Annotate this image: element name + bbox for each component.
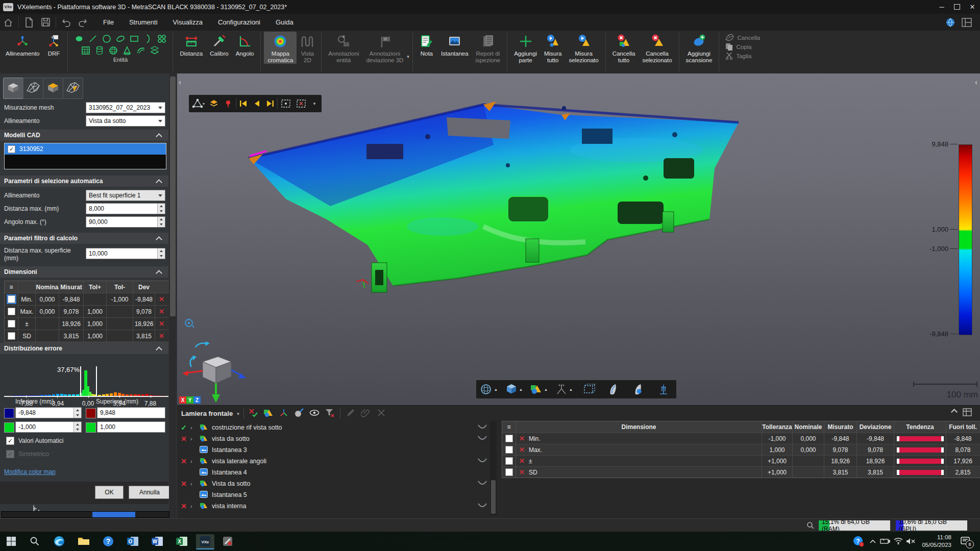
result-col-header[interactable]: Tolleranza bbox=[762, 421, 792, 433]
previous-item-icon[interactable] bbox=[251, 100, 263, 107]
valori-automatici-row[interactable]: ✓ Valori Automatici bbox=[6, 437, 63, 445]
modifica-color-map-link[interactable]: Modifica color map bbox=[4, 468, 56, 475]
tree-item-label[interactable]: vista da sotto bbox=[212, 435, 250, 442]
istantanea-button[interactable]: Istantanea bbox=[437, 32, 472, 57]
collapse-curve-icon[interactable] bbox=[477, 424, 487, 431]
distanza-button[interactable]: Distanza bbox=[176, 32, 206, 57]
tree-item[interactable]: ✕›Vista da sotto bbox=[177, 478, 499, 489]
dimension-checkbox[interactable] bbox=[8, 332, 15, 340]
zoom-selected-icon[interactable] bbox=[294, 99, 308, 108]
tree-item-label[interactable]: Istantanea 4 bbox=[212, 469, 247, 476]
entity-plane-grid-icon[interactable] bbox=[80, 44, 92, 56]
mode-mesh-colormap-button[interactable] bbox=[63, 78, 83, 99]
save-icon[interactable] bbox=[39, 16, 52, 29]
result-col-header[interactable]: Deviazione bbox=[856, 421, 894, 433]
dimension-row[interactable]: Max.0,0009,0781,0009,078✕ bbox=[5, 305, 169, 317]
color-test-icon[interactable] bbox=[294, 408, 304, 419]
collapse-curve-icon[interactable] bbox=[477, 480, 487, 487]
undo-icon[interactable] bbox=[60, 16, 73, 29]
collapse-curve-icon[interactable] bbox=[477, 458, 487, 465]
volume-muted-icon[interactable] bbox=[904, 534, 917, 548]
close-button[interactable]: ✕ bbox=[965, 0, 980, 14]
calibro-button[interactable]: Calibro bbox=[206, 32, 232, 57]
tree-item[interactable]: Istantanea 5 bbox=[177, 489, 499, 500]
result-col-header[interactable]: Nominale bbox=[792, 421, 824, 433]
dimension-checkbox[interactable] bbox=[8, 308, 15, 315]
selection-mode-icon[interactable]: ▾ bbox=[191, 99, 206, 108]
mesh-view-icon[interactable]: ▲ bbox=[477, 383, 501, 395]
tree-group-selector[interactable]: Lamiera frontale bbox=[181, 410, 233, 417]
modelli-cad-header[interactable]: Modelli CAD bbox=[0, 130, 168, 141]
start-button[interactable] bbox=[4, 534, 18, 548]
show-entities-icon[interactable] bbox=[263, 408, 274, 419]
menu-strumenti[interactable]: Strumenti bbox=[129, 18, 158, 26]
tree-item[interactable]: Istantanea 4 bbox=[177, 467, 499, 478]
entity-cylinder-icon[interactable] bbox=[94, 44, 106, 56]
filter-remove-icon[interactable] bbox=[325, 408, 335, 419]
collapse-curve-icon[interactable] bbox=[477, 435, 487, 442]
collapse-right-panel-icon[interactable]: ‹ bbox=[975, 78, 977, 86]
tree-item-label[interactable]: costruzione rif vista sotto bbox=[212, 424, 282, 431]
distribuzione-errore-header[interactable]: Distribuzione errore bbox=[0, 343, 168, 354]
delete-dimension-icon[interactable]: ✕ bbox=[159, 320, 164, 328]
result-col-header[interactable]: Fuori toll. bbox=[946, 421, 979, 433]
menu-configurazioni[interactable]: Configurazioni bbox=[218, 18, 260, 26]
tree-item-label[interactable]: vista interna bbox=[212, 503, 246, 510]
distanza-superficie-input[interactable]: 10,000 bbox=[86, 248, 165, 259]
dim-col-header[interactable]: Tol- bbox=[106, 281, 133, 293]
result-checkbox[interactable] bbox=[505, 468, 513, 476]
misurazione-mesh-combo[interactable]: 3130952_07_02_2023 bbox=[86, 102, 165, 113]
nota-button[interactable]: Nota bbox=[416, 32, 437, 57]
panel-scrollbar-thumb[interactable] bbox=[170, 77, 176, 316]
limit-high-input[interactable]: 9,848 bbox=[97, 407, 165, 418]
collapse-curve-icon[interactable] bbox=[477, 503, 487, 510]
eye-icon[interactable] bbox=[309, 408, 320, 419]
tree-item-label[interactable]: Vista da sotto bbox=[212, 480, 251, 487]
cad-model-item[interactable]: ✓ 3130952 bbox=[5, 143, 166, 155]
entity-sphere-icon[interactable] bbox=[108, 44, 119, 56]
tol-high-color-swatch[interactable] bbox=[86, 422, 96, 433]
table-view-icon[interactable] bbox=[963, 408, 972, 418]
orientation-cube-widget[interactable]: X Y Z bbox=[178, 339, 250, 405]
zoom-search-icon[interactable] bbox=[806, 521, 815, 531]
ok-button[interactable]: OK bbox=[95, 486, 124, 499]
result-col-header[interactable]: ≡ bbox=[502, 421, 516, 433]
word-icon[interactable]: W bbox=[150, 534, 164, 548]
layout-panels-icon[interactable] bbox=[960, 16, 973, 29]
result-row[interactable]: ✕±+1,00018,92618,92617,926 bbox=[502, 455, 980, 466]
allineamento-button[interactable]: Allineamento bbox=[2, 32, 43, 57]
tree-item-label[interactable]: Istantanea 5 bbox=[212, 491, 247, 498]
entity-line-icon[interactable] bbox=[87, 33, 99, 44]
annulla-button[interactable]: Annulla bbox=[129, 486, 170, 499]
mode-cad-button[interactable] bbox=[3, 78, 23, 99]
dimension-checkbox[interactable] bbox=[8, 320, 15, 328]
tray-help-icon[interactable]: ?! bbox=[851, 534, 866, 548]
cancella-selezionato-button[interactable]: Cancella selezionato bbox=[639, 32, 675, 64]
delete-dimension-icon[interactable]: ✕ bbox=[159, 308, 164, 315]
selezione-automatica-header[interactable]: Parametri di selezione automatica bbox=[0, 176, 168, 187]
taskbar-clock[interactable]: 11:0805/05/2023 bbox=[918, 534, 951, 549]
rotation-center-icon[interactable] bbox=[183, 317, 195, 331]
entity-arc-icon[interactable] bbox=[142, 33, 154, 44]
angolo-max-input[interactable]: 90,000 bbox=[86, 216, 165, 228]
best-fit-combo[interactable]: Best fit superficie 1 bbox=[86, 190, 165, 201]
dim-col-header[interactable]: ≡ bbox=[5, 281, 18, 293]
result-col-header[interactable]: Tendenza bbox=[894, 421, 946, 433]
entity-surface-icon[interactable] bbox=[135, 44, 147, 56]
entity-circle-pattern-icon[interactable] bbox=[156, 33, 167, 44]
menu-visualizza[interactable]: Visualizza bbox=[173, 18, 203, 26]
help-app-icon[interactable]: ? bbox=[101, 534, 115, 548]
dim-col-header[interactable]: Dev bbox=[133, 281, 155, 293]
home-icon[interactable] bbox=[2, 16, 15, 29]
taskbar-search-icon[interactable] bbox=[28, 534, 42, 548]
collapse-bottom-panel-icon[interactable] bbox=[952, 409, 957, 416]
dimension-checkbox[interactable] bbox=[8, 295, 15, 303]
excel-icon[interactable]: X bbox=[175, 534, 189, 548]
tree-item-label[interactable]: Istantanea 3 bbox=[212, 446, 247, 454]
tol-low-input[interactable]: -1,000 bbox=[15, 421, 82, 433]
language-globe-icon[interactable] bbox=[944, 16, 957, 29]
viewport-3d[interactable]: ‹ ‹ ▾ ▾ bbox=[177, 73, 980, 405]
dimensioni-header[interactable]: Dimensioni bbox=[0, 266, 168, 278]
cad-model-checkbox[interactable]: ✓ bbox=[8, 145, 15, 153]
surface-view-icon[interactable] bbox=[602, 383, 626, 395]
